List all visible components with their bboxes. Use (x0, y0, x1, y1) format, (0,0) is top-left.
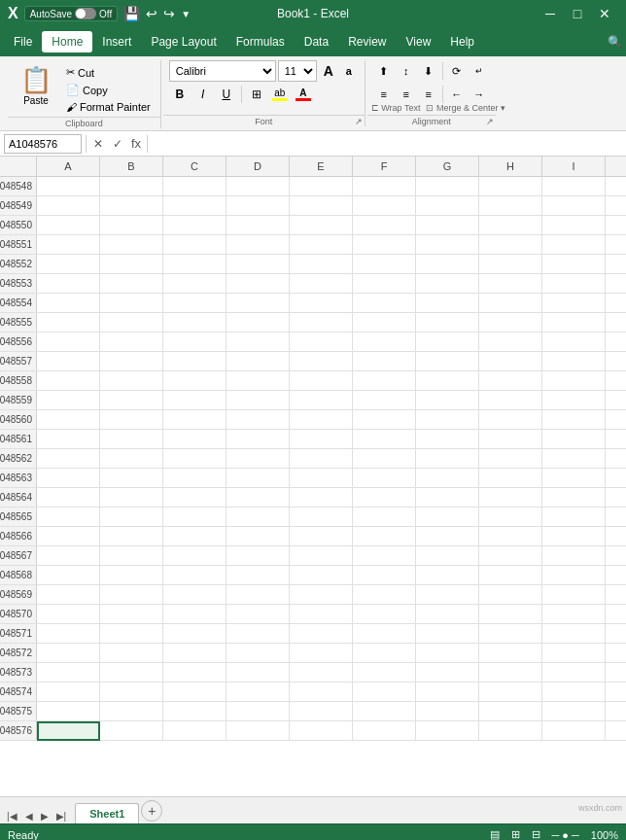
cell[interactable] (479, 644, 542, 663)
cut-button[interactable]: ✂ Cut (62, 64, 155, 81)
cell[interactable] (100, 721, 163, 741)
cell[interactable] (290, 196, 353, 216)
cell[interactable] (163, 566, 226, 585)
cell[interactable] (226, 624, 290, 644)
cell[interactable] (290, 216, 353, 235)
cell[interactable] (353, 216, 416, 235)
cell[interactable] (163, 216, 226, 235)
cell[interactable] (353, 410, 416, 430)
confirm-formula-button[interactable]: ✓ (110, 137, 125, 151)
cell[interactable] (542, 410, 606, 430)
cell[interactable] (416, 624, 479, 644)
cell[interactable] (226, 469, 290, 488)
cell[interactable] (353, 274, 416, 294)
cell[interactable] (100, 644, 163, 663)
cell[interactable] (353, 469, 416, 488)
cell[interactable] (479, 196, 542, 216)
cell[interactable] (290, 527, 353, 546)
cell[interactable] (353, 682, 416, 702)
cell[interactable] (416, 488, 479, 508)
wrap-text-label[interactable]: ⊏ Wrap Text (371, 103, 421, 113)
copy-button[interactable]: 📄 Copy (62, 82, 155, 98)
cell[interactable] (290, 410, 353, 430)
cell[interactable] (100, 605, 163, 624)
view-normal-button[interactable]: ▤ (490, 828, 500, 840)
cell[interactable] (226, 371, 290, 391)
menu-file[interactable]: File (4, 31, 42, 52)
cell[interactable] (100, 216, 163, 235)
cell[interactable] (290, 274, 353, 294)
cell[interactable] (163, 352, 226, 371)
cell[interactable] (100, 585, 163, 605)
cell[interactable] (542, 721, 606, 741)
cell[interactable] (100, 235, 163, 255)
cell[interactable] (542, 294, 606, 313)
cell[interactable] (416, 449, 479, 469)
view-page-layout-button[interactable]: ⊞ (511, 828, 520, 840)
cell[interactable] (416, 508, 479, 527)
menu-data[interactable]: Data (295, 31, 338, 52)
cell[interactable] (290, 682, 353, 702)
cell[interactable] (479, 313, 542, 332)
bold-button[interactable]: B (169, 84, 191, 105)
cell[interactable] (37, 585, 100, 605)
cell[interactable] (100, 508, 163, 527)
cell[interactable] (290, 508, 353, 527)
orientation-button[interactable]: ⟳ (446, 60, 468, 82)
increase-font-button[interactable]: A (319, 60, 338, 82)
cell[interactable] (37, 352, 100, 371)
cell[interactable] (37, 294, 100, 313)
align-center-button[interactable]: ≡ (396, 84, 417, 105)
cell[interactable] (226, 585, 290, 605)
minimize-button[interactable]: ─ (537, 0, 564, 27)
cell[interactable] (290, 177, 353, 196)
cell[interactable] (226, 702, 290, 721)
add-sheet-button[interactable]: + (141, 800, 162, 822)
cell[interactable] (416, 702, 479, 721)
cell[interactable] (290, 488, 353, 508)
cell[interactable] (226, 352, 290, 371)
cell[interactable] (416, 371, 479, 391)
cell[interactable] (353, 255, 416, 274)
cell[interactable] (479, 255, 542, 274)
cell[interactable] (479, 391, 542, 410)
cell[interactable] (416, 391, 479, 410)
cell[interactable] (226, 449, 290, 469)
cell[interactable] (100, 663, 163, 682)
cell[interactable] (37, 410, 100, 430)
cell[interactable] (479, 566, 542, 585)
cell[interactable] (163, 527, 226, 546)
menu-review[interactable]: Review (338, 31, 396, 52)
menu-insert[interactable]: Insert (92, 31, 141, 52)
cell[interactable] (416, 527, 479, 546)
cell[interactable] (163, 255, 226, 274)
name-box[interactable] (4, 134, 82, 154)
font-color-button[interactable]: A (293, 84, 314, 105)
cell[interactable] (226, 216, 290, 235)
cell[interactable] (479, 410, 542, 430)
cell[interactable] (163, 294, 226, 313)
nav-last-sheet[interactable]: ▶| (53, 809, 70, 823)
cell[interactable] (416, 294, 479, 313)
cell[interactable] (416, 566, 479, 585)
cell[interactable] (542, 546, 606, 566)
cell[interactable] (163, 177, 226, 196)
cell[interactable] (542, 255, 606, 274)
cell[interactable] (542, 235, 606, 255)
cell[interactable] (226, 430, 290, 449)
col-header-g[interactable]: G (416, 157, 479, 176)
cell[interactable] (542, 391, 606, 410)
cell[interactable] (290, 546, 353, 566)
cell[interactable] (479, 332, 542, 352)
cell[interactable] (37, 430, 100, 449)
cell[interactable] (542, 527, 606, 546)
cell[interactable] (226, 255, 290, 274)
cell[interactable] (226, 410, 290, 430)
cell[interactable] (479, 177, 542, 196)
cell[interactable] (37, 469, 100, 488)
cell[interactable] (37, 624, 100, 644)
cell[interactable] (416, 469, 479, 488)
cell[interactable] (479, 546, 542, 566)
nav-prev-sheet[interactable]: ◀ (22, 809, 36, 823)
cell[interactable] (290, 721, 353, 741)
